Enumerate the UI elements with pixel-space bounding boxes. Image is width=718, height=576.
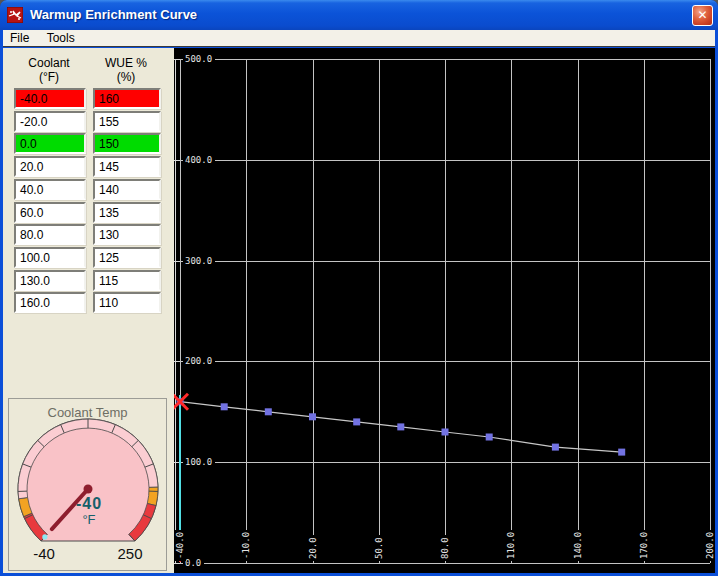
curve-point-2[interactable] <box>265 408 272 415</box>
curve-svg <box>174 48 715 573</box>
main-area: Coolant (°F) WUE % (%) -40.0160-20.01550… <box>3 48 715 573</box>
wue-cell-9[interactable]: 110 <box>93 292 161 313</box>
gauge-max-label: 250 <box>102 545 158 562</box>
coolant-cell-4[interactable]: 40.0 <box>14 179 86 200</box>
megasquirt-app-icon <box>7 7 23 23</box>
window-title: Warmup Enrichment Curve <box>30 0 197 30</box>
coolant-cell-7[interactable]: 100.0 <box>14 247 86 268</box>
wue-header-unit: (%) <box>89 70 163 84</box>
curve-point-6[interactable] <box>442 429 449 436</box>
coolant-cell-0[interactable]: -40.0 <box>14 88 86 109</box>
coolant-cell-5[interactable]: 60.0 <box>14 202 86 223</box>
menu-item-file[interactable]: File <box>3 30 36 46</box>
coolant-cell-9[interactable]: 160.0 <box>14 292 86 313</box>
wue-cell-8[interactable]: 115 <box>93 270 161 291</box>
gauge-panel: Coolant Temp -40 °F -40 250 <box>8 398 167 571</box>
gauge-needle-hub <box>84 485 93 494</box>
titlebar[interactable]: Warmup Enrichment Curve ✕ <box>0 0 718 30</box>
curve-point-8[interactable] <box>552 444 559 451</box>
wue-cell-3[interactable]: 145 <box>93 156 161 177</box>
menu-item-tools[interactable]: Tools <box>40 30 82 46</box>
coolant-cell-2[interactable]: 0.0 <box>14 133 86 154</box>
coolant-cell-6[interactable]: 80.0 <box>14 224 86 245</box>
gauge-min-label: -40 <box>19 545 69 562</box>
wue-cell-2[interactable]: 150 <box>93 133 161 154</box>
wue-cell-7[interactable]: 125 <box>93 247 161 268</box>
coolant-header-title: Coolant <box>11 56 87 70</box>
menubar: File Tools <box>3 30 715 47</box>
curve-point-1[interactable] <box>221 403 228 410</box>
gauge-unit: °F <box>9 512 169 527</box>
coolant-header-unit: (°F) <box>11 70 87 84</box>
curve-point-4[interactable] <box>353 418 360 425</box>
wue-cell-6[interactable]: 130 <box>93 224 161 245</box>
curve-chart[interactable]: 0.0100.0200.0300.0400.0500.0-40.0-10.020… <box>174 48 715 573</box>
wue-header-title: WUE % <box>89 56 163 70</box>
gauge-tip-marker <box>42 534 47 539</box>
wue-cell-1[interactable]: 155 <box>93 111 161 132</box>
gauge-value: -40 <box>9 495 169 513</box>
curve-point-5[interactable] <box>397 423 404 430</box>
coolant-cell-1[interactable]: -20.0 <box>14 111 86 132</box>
column-header-coolant: Coolant (°F) <box>11 56 87 84</box>
coolant-cell-3[interactable]: 20.0 <box>14 156 86 177</box>
wue-cell-0[interactable]: 160 <box>93 88 161 109</box>
curve-point-3[interactable] <box>309 413 316 420</box>
coolant-temp-gauge <box>9 411 168 559</box>
close-button[interactable]: ✕ <box>692 5 713 26</box>
curve-point-7[interactable] <box>486 434 493 441</box>
left-panel: Coolant (°F) WUE % (%) -40.0160-20.01550… <box>3 48 174 573</box>
warmup-enrichment-window: Warmup Enrichment Curve ✕ File Tools Coo… <box>0 0 718 576</box>
coolant-cell-8[interactable]: 130.0 <box>14 270 86 291</box>
curve-point-9[interactable] <box>618 449 625 456</box>
column-header-wue: WUE % (%) <box>89 56 163 84</box>
wue-cell-5[interactable]: 135 <box>93 202 161 223</box>
wue-cell-4[interactable]: 140 <box>93 179 161 200</box>
